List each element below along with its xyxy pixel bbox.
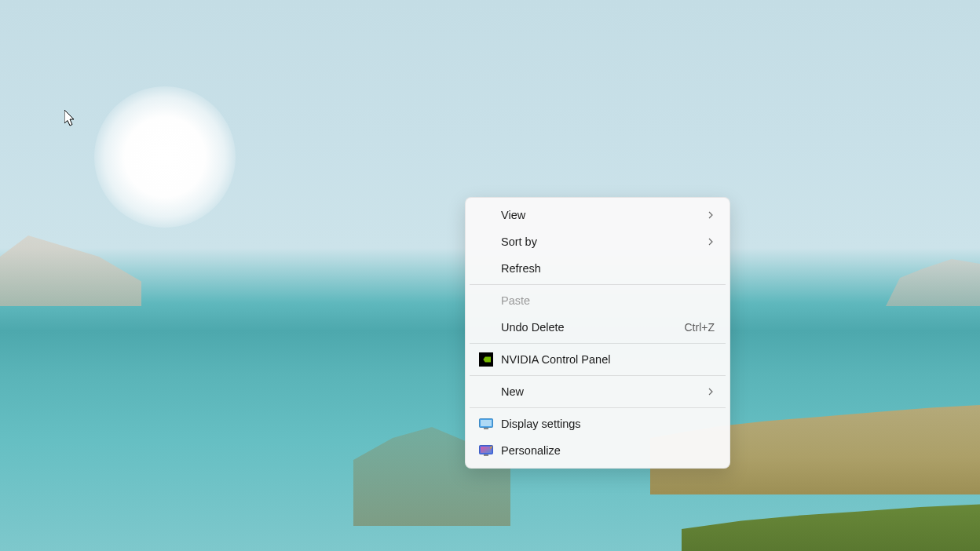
menu-label: View xyxy=(501,209,707,221)
chevron-right-icon xyxy=(707,235,715,248)
menu-item-new[interactable]: New xyxy=(470,378,726,405)
menu-separator xyxy=(470,375,726,376)
wallpaper-mountains xyxy=(886,259,980,306)
desktop-context-menu: View Sort by Refresh Paste Undo Delete C… xyxy=(465,197,730,469)
menu-separator xyxy=(470,284,726,285)
menu-label: Paste xyxy=(501,294,716,307)
svg-rect-2 xyxy=(484,428,488,429)
menu-label: NVIDIA Control Panel xyxy=(501,353,716,366)
display-settings-icon xyxy=(479,418,501,429)
menu-item-view[interactable]: View xyxy=(470,202,726,228)
menu-label: Undo Delete xyxy=(501,321,685,334)
menu-label: Sort by xyxy=(501,235,707,248)
desktop-wallpaper[interactable]: View Sort by Refresh Paste Undo Delete C… xyxy=(0,0,980,551)
wallpaper-grass-green xyxy=(682,496,980,551)
menu-item-nvidia-control-panel[interactable]: NVIDIA Control Panel xyxy=(470,346,726,373)
chevron-right-icon xyxy=(707,209,715,221)
menu-item-sort-by[interactable]: Sort by xyxy=(470,228,726,255)
menu-item-display-settings[interactable]: Display settings xyxy=(470,411,726,437)
menu-label: Display settings xyxy=(501,418,716,430)
menu-item-undo-delete[interactable]: Undo Delete Ctrl+Z xyxy=(470,314,726,341)
menu-separator xyxy=(470,407,726,408)
menu-label: New xyxy=(501,385,707,398)
menu-label: Personalize xyxy=(501,444,716,457)
menu-item-refresh[interactable]: Refresh xyxy=(470,255,726,282)
menu-item-paste: Paste xyxy=(470,287,726,314)
menu-label: Refresh xyxy=(501,262,716,275)
svg-rect-1 xyxy=(481,420,492,426)
wallpaper-rocks xyxy=(0,235,141,306)
menu-separator xyxy=(470,343,726,344)
wallpaper-sun xyxy=(94,86,236,228)
svg-rect-5 xyxy=(484,454,488,456)
mouse-cursor-icon xyxy=(64,110,77,129)
menu-item-personalize[interactable]: Personalize xyxy=(470,437,726,464)
menu-shortcut: Ctrl+Z xyxy=(685,321,715,334)
personalize-icon xyxy=(479,445,501,456)
chevron-right-icon xyxy=(707,385,715,398)
nvidia-icon xyxy=(479,352,501,367)
